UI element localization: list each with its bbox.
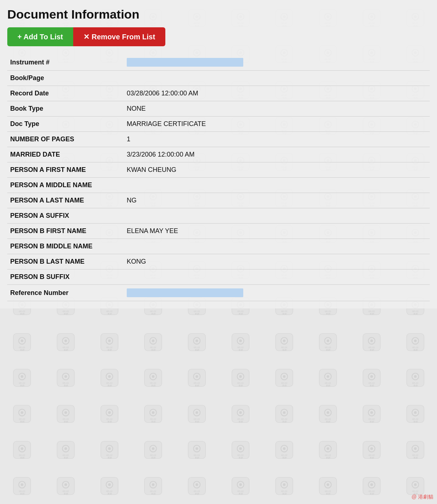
table-row: PERSON A FIRST NAMEKWAN CHEUNG [7,162,430,178]
svg-text:東網: 東網 [369,349,374,351]
svg-point-661 [106,481,113,488]
svg-text:on.cc: on.cc [19,381,25,385]
document-info-table: Instrument #Book/PageRecord Date03/28/20… [7,54,430,301]
add-to-list-button[interactable]: + Add To List [7,27,73,46]
table-row: MARRIED DATE3/23/2006 12:00:00 AM [7,147,430,162]
svg-text:on.cc: on.cc [368,381,375,385]
svg-point-607 [64,447,67,450]
table-row: Doc TypeMARRIAGE CERTIFICATE [7,117,430,132]
field-input[interactable] [127,58,243,67]
svg-point-586 [324,409,331,416]
svg-point-561 [106,409,113,416]
watermark-cell: on.cc 東網 [0,468,44,504]
svg-rect-580 [275,405,293,423]
svg-text:on.cc: on.cc [193,489,200,493]
svg-text:東網: 東網 [326,421,330,423]
svg-rect-640 [363,441,380,459]
field-label: Reference Number [7,285,124,301]
field-label: PERSON B SUFFIX [7,269,124,285]
svg-point-627 [239,447,241,450]
svg-text:東網: 東網 [369,492,374,495]
svg-point-587 [326,412,329,414]
watermark-cell: on.cc 東網 [44,324,87,360]
field-value: 3/23/2006 12:00:00 AM [124,147,430,162]
svg-text:on.cc: on.cc [193,310,200,313]
svg-text:on.cc: on.cc [281,453,287,457]
svg-text:東網: 東網 [20,492,24,495]
svg-text:on.cc: on.cc [368,453,375,457]
watermark-cell: on.cc 東網 [175,324,219,360]
svg-text:on.cc: on.cc [324,310,331,313]
svg-text:on.cc: on.cc [62,453,69,457]
svg-text:on.cc: on.cc [62,381,69,385]
svg-rect-530 [275,369,293,387]
svg-point-567 [151,412,154,414]
weibo-badge: @ 港劇貓 [412,494,433,500]
svg-point-597 [414,412,416,414]
svg-rect-685 [319,477,336,495]
svg-point-656 [62,481,69,488]
svg-rect-510 [101,369,118,387]
field-label: Instrument # [7,54,124,71]
svg-rect-540 [363,369,380,387]
svg-rect-525 [232,369,249,387]
field-value [124,269,430,285]
svg-rect-670 [188,477,205,495]
svg-text:東網: 東網 [107,421,111,423]
watermark-cell: on.cc 東網 [175,360,219,396]
svg-text:on.cc: on.cc [368,310,375,313]
svg-text:東網: 東網 [63,349,68,351]
svg-point-512 [108,375,110,378]
svg-text:on.cc: on.cc [281,489,287,493]
watermark-cell: on.cc 東網 [306,432,350,468]
svg-point-621 [193,445,200,452]
svg-rect-665 [144,477,162,495]
field-value[interactable] [124,54,430,71]
watermark-cell: on.cc 東網 [131,324,175,360]
watermark-cell: on.cc 東網 [262,324,306,360]
svg-text:東網: 東網 [413,349,417,351]
table-row: PERSON A SUFFIX [7,208,430,224]
field-value[interactable] [124,285,430,301]
field-input[interactable] [127,288,243,297]
watermark-cell: on.cc 東網 [175,432,219,468]
svg-point-466 [150,337,156,344]
svg-rect-565 [144,405,162,423]
svg-point-506 [62,373,69,380]
svg-point-637 [326,447,329,450]
svg-point-476 [237,337,244,344]
field-label: PERSON A MIDDLE NAME [7,178,124,193]
watermark-cell: on.cc 東網 [350,324,393,360]
watermark-cell: on.cc 東網 [350,432,393,468]
svg-rect-500 [13,369,31,387]
svg-rect-625 [232,441,249,459]
svg-point-536 [324,373,331,380]
svg-text:東網: 東網 [194,312,199,315]
svg-point-542 [370,375,373,378]
svg-point-526 [237,373,244,380]
watermark-cell: on.cc 東網 [393,396,437,432]
watermark-cell: on.cc 東網 [87,324,131,360]
svg-point-571 [193,409,200,416]
field-label: Book Type [7,101,124,117]
svg-text:東網: 東網 [63,385,68,387]
svg-rect-480 [275,333,293,351]
watermark-cell: on.cc 東網 [350,468,393,504]
svg-rect-455 [57,333,74,351]
remove-from-list-button[interactable]: ✕ Remove From List [73,27,165,46]
svg-rect-680 [275,477,293,495]
svg-point-671 [193,481,200,488]
svg-point-547 [414,375,416,378]
watermark-cell: on.cc 東網 [219,432,262,468]
svg-point-521 [193,373,200,380]
svg-text:on.cc: on.cc [193,346,200,349]
svg-rect-595 [406,405,424,423]
svg-text:on.cc: on.cc [106,346,113,349]
svg-point-552 [20,412,23,414]
svg-text:on.cc: on.cc [368,489,375,493]
svg-text:on.cc: on.cc [412,310,418,313]
table-row: Record Date03/28/2006 12:00:00 AM [7,86,430,101]
svg-point-591 [368,409,375,416]
table-row: Book TypeNONE [7,101,430,117]
svg-text:on.cc: on.cc [62,417,69,421]
